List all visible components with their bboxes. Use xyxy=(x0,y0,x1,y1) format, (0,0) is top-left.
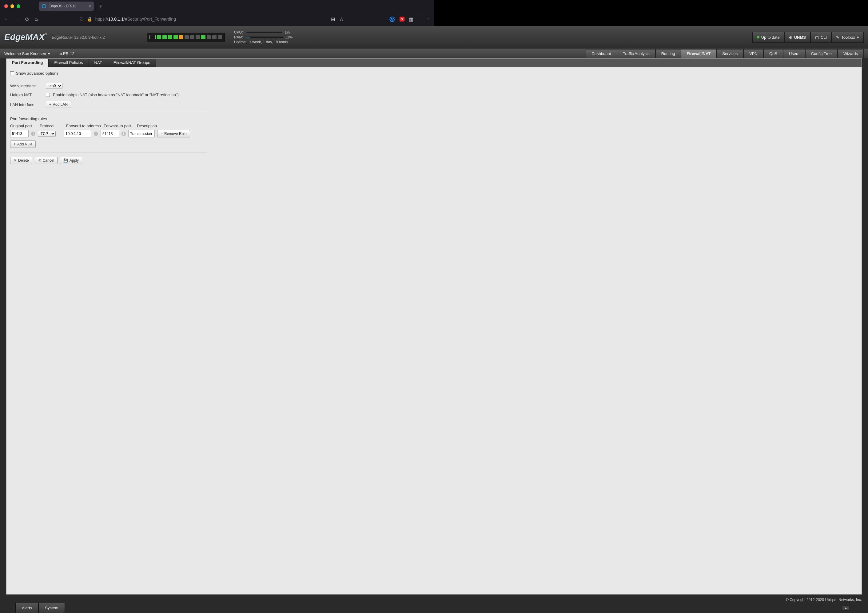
new-tab-button[interactable]: + xyxy=(99,3,103,10)
col-forward-port: Forward-to port xyxy=(104,124,135,128)
minus-icon: − xyxy=(161,132,163,136)
lock-icon: 🔒 xyxy=(87,17,92,22)
tab-title: EdgeOS - ER-12 xyxy=(49,4,76,8)
description-input[interactable] xyxy=(128,130,155,138)
subtab-firewall-nat-groups[interactable]: Firewall/NAT Groups xyxy=(108,59,156,67)
welcome-text: Welcome Sun Knudsen xyxy=(4,51,46,56)
subtab-nat[interactable]: NAT xyxy=(89,59,108,67)
ext-icon-1[interactable]: 🌀 xyxy=(389,16,395,22)
protocol-select[interactable]: TCP xyxy=(38,131,56,137)
hairpin-nat-checkbox[interactable] xyxy=(46,93,50,97)
chevron-down-icon[interactable]: ▾ xyxy=(48,51,50,56)
menu-icon[interactable]: ≡ xyxy=(427,16,430,22)
ext-icon-3[interactable]: ▦ xyxy=(409,16,413,22)
forward-button[interactable]: → xyxy=(15,16,20,22)
lan-interface-label: LAN interface xyxy=(10,102,43,107)
maximize-window-icon[interactable] xyxy=(17,4,20,8)
close-icon: ✕ xyxy=(14,158,17,163)
col-protocol: Protocol xyxy=(40,124,64,128)
rules-title: Port forwarding rules xyxy=(10,114,434,122)
window-controls[interactable] xyxy=(4,4,20,8)
advanced-options-label: Show advanced options xyxy=(16,71,59,76)
system-stats: CPU:1% RAM:11% Uptime:1 week, 1 day, 18 … xyxy=(234,30,293,45)
device-model: EdgeRouter 12 v2.0.9-hotfix.2 xyxy=(52,35,105,40)
port-forward-rule-row: i TCP i i −Remove Rule xyxy=(10,129,434,138)
ext-icon-2[interactable]: S xyxy=(400,17,405,22)
info-icon[interactable]: i xyxy=(31,132,36,136)
subtab-firewall-policies[interactable]: Firewall Policies xyxy=(49,59,88,67)
browser-tab[interactable]: EdgeOS - ER-12 × xyxy=(39,2,94,11)
panel-icon[interactable]: ⊞ xyxy=(331,16,335,22)
save-icon: 💾 xyxy=(64,158,68,163)
reload-button[interactable]: ⟳ xyxy=(25,16,29,22)
forward-port-input[interactable] xyxy=(101,130,119,138)
original-port-input[interactable] xyxy=(10,130,29,138)
advanced-options-checkbox[interactable] xyxy=(10,71,14,75)
device-name: to ER-12 xyxy=(59,51,74,56)
col-original-port: Original port xyxy=(10,124,37,128)
minimize-window-icon[interactable] xyxy=(11,4,14,8)
downloads-icon[interactable]: ⭳ xyxy=(418,16,423,22)
apply-button[interactable]: 💾Apply xyxy=(60,157,82,164)
favicon-icon xyxy=(42,4,46,8)
forward-address-input[interactable] xyxy=(64,130,91,138)
close-window-icon[interactable] xyxy=(4,4,8,8)
add-rule-button[interactable]: +Add Rule xyxy=(10,141,36,148)
logo: EdgeMAX® xyxy=(4,32,47,42)
col-description: Description xyxy=(137,124,166,128)
col-forward-address: Forward-to address xyxy=(66,124,101,128)
plus-icon: + xyxy=(14,142,16,146)
wan-interface-label: WAN interface xyxy=(10,84,43,88)
wan-interface-select[interactable]: eth0 xyxy=(46,83,62,89)
bookmark-icon[interactable]: ☆ xyxy=(339,16,344,22)
console-port-icon xyxy=(149,35,156,39)
shield-icon: 🛡 xyxy=(80,17,84,22)
cancel-icon: ⟲ xyxy=(38,158,41,163)
cancel-button[interactable]: ⟲Cancel xyxy=(35,157,57,164)
close-tab-icon[interactable]: × xyxy=(88,4,91,9)
back-button[interactable]: ← xyxy=(4,16,9,22)
address-bar[interactable]: 🛡 🔒 https://10.0.1.1/#Security/Port_Forw… xyxy=(77,14,299,24)
info-icon[interactable]: i xyxy=(121,132,126,136)
delete-button[interactable]: ✕Delete xyxy=(10,157,32,164)
remove-rule-button[interactable]: −Remove Rule xyxy=(157,130,190,138)
subtab-port-forwarding[interactable]: Port Forwarding xyxy=(6,59,49,67)
info-icon[interactable]: i xyxy=(94,132,98,136)
hairpin-nat-text: Enable hairpin NAT (also known as "NAT l… xyxy=(53,93,179,97)
add-lan-button[interactable]: +Add LAN xyxy=(46,101,71,108)
port-panel xyxy=(147,33,225,42)
url-text: https://10.0.1.1/#Security/Port_Forwardi… xyxy=(95,17,176,22)
hairpin-nat-label: Hairpin NAT xyxy=(10,93,43,97)
plus-icon: + xyxy=(49,102,51,107)
home-button[interactable]: ⌂ xyxy=(35,16,38,22)
